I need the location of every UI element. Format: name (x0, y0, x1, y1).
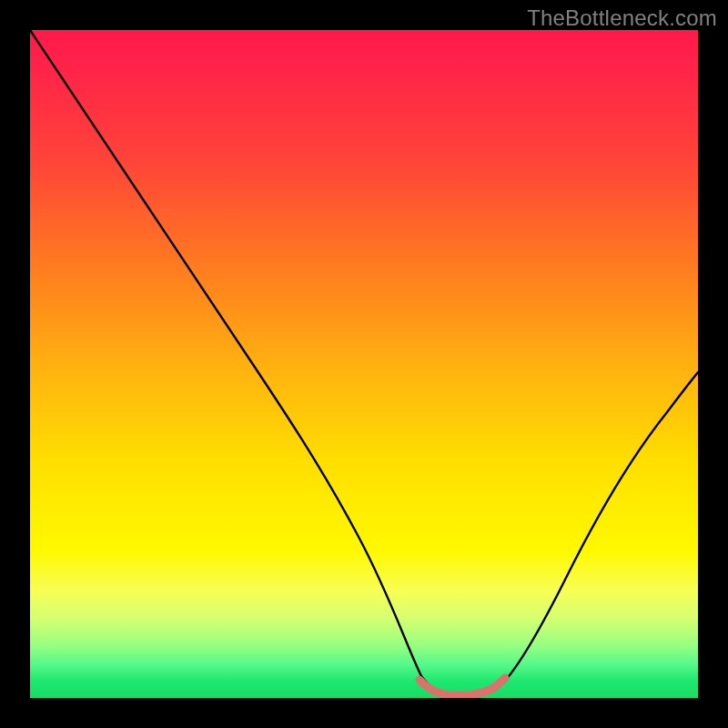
chart-frame: TheBottleneck.com (0, 0, 728, 728)
accent-segment (420, 678, 505, 695)
watermark-text: TheBottleneck.com (527, 5, 717, 31)
curve-layer (30, 30, 698, 698)
plot-area (30, 30, 698, 698)
bottleneck-curve (30, 30, 698, 695)
